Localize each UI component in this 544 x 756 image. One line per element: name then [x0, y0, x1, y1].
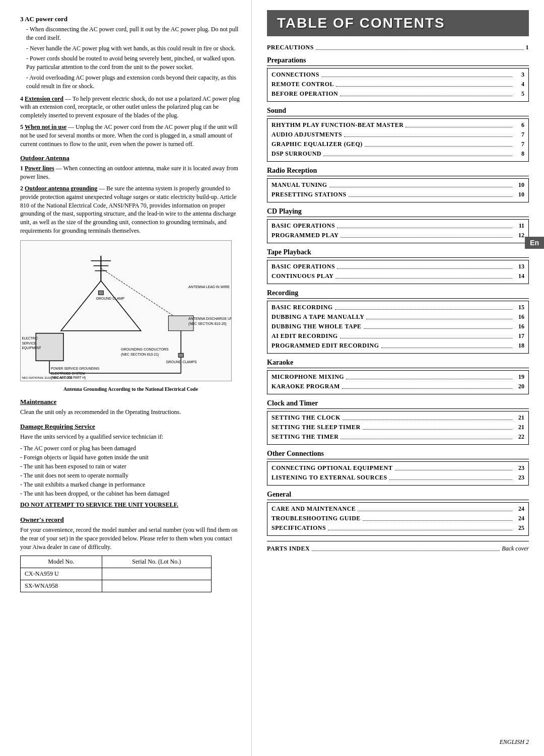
svg-marker-0	[61, 281, 141, 330]
toc-section-other-connections: Other ConnectionsCONNECTING OPTIONAL EQU…	[267, 450, 529, 486]
toc-entry-dots-7-0	[343, 414, 512, 420]
parts-index-dots	[312, 545, 500, 551]
toc-entry-dots-5-4	[381, 342, 512, 348]
toc-entry-page-1-3: 8	[514, 150, 524, 158]
toc-entry-label-9-0: CARE AND MAINTENANCE	[271, 505, 356, 513]
when-not-in-use-item: 5 When not in use — Unplug the AC power …	[20, 123, 241, 148]
toc-section-box-2: MANUAL TUNING10PRESETTING STATIONS10	[267, 178, 529, 202]
svg-rect-9	[178, 353, 183, 357]
toc-entry-page-4-1: 14	[514, 272, 524, 280]
english-footer: ENGLISH 2	[500, 738, 529, 746]
toc-section-title-6: Karaoke	[267, 359, 529, 368]
ac-power-cord-section: 3 AC power cord - When disconnecting the…	[20, 15, 241, 91]
toc-section-box-0: CONNECTIONS3REMOTE CONTROL4BEFORE OPERAT…	[267, 68, 529, 102]
toc-entry-label-3-0: BASIC OPERATIONS	[271, 222, 335, 230]
toc-entry-4-1: CONTINUOUS PLAY14	[271, 272, 524, 281]
parts-index-page: Back cover	[502, 545, 529, 553]
toc-entry-label-1-2: GRAPHIC EQUALIZER (GEQ)	[271, 141, 363, 148]
svg-text:(NEC SECTION 810-21): (NEC SECTION 810-21)	[121, 353, 159, 357]
toc-entry-7-2: SETTING THE TIMER22	[271, 433, 524, 441]
toc-entry-dots-1-2	[365, 141, 512, 147]
toc-section-title-3: CD Playing	[267, 208, 529, 217]
toc-entry-page-1-1: 7	[514, 131, 524, 139]
toc-section-title-4: Tape Playback	[267, 248, 529, 258]
precautions-label: PRECAUTIONS	[267, 44, 314, 51]
toc-section-karaoke: KaraokeMICROPHONE MIXING19KARAOKE PROGRA…	[267, 359, 529, 394]
toc-entry-page-9-1: 24	[514, 515, 524, 522]
toc-entry-3-0: BASIC OPERATIONS11	[271, 222, 524, 230]
toc-entry-4-0: BASIC OPERATIONS13	[271, 262, 524, 271]
maintenance-heading: Maintenance	[20, 398, 241, 406]
toc-section-radio-reception: Radio ReceptionMANUAL TUNING10PRESETTING…	[267, 167, 529, 202]
antenna-diagram: ANTENNA LEAD IN WIRE GROUND CLAMP ANTENN…	[20, 240, 232, 381]
toc-entry-dots-6-1	[342, 383, 512, 389]
damage-item-6: - The unit has been dropped, or the cabi…	[20, 489, 241, 498]
toc-entry-page-7-2: 22	[514, 433, 524, 441]
toc-entry-5-2: DUBBING THE WHOLE TAPE16	[271, 322, 524, 331]
toc-entry-0-0: CONNECTIONS3	[271, 71, 524, 79]
precautions-page: 1	[526, 44, 529, 51]
toc-entry-label-5-4: PROGRAMMED EDIT RECORDING	[271, 342, 379, 350]
toc-title: TABLE OF CONTENTS	[267, 10, 529, 36]
model-table: Model No. Serial No. (Lot No.) CX-NA959 …	[20, 556, 212, 592]
toc-entry-page-3-1: 12	[514, 232, 524, 239]
ac-power-cord-bullets: - When disconnecting the AC power cord, …	[20, 25, 241, 91]
svg-text:GROUND CLAMP: GROUND CLAMP	[96, 297, 124, 300]
toc-entry-9-2: SPECIFICATIONS25	[271, 524, 524, 532]
svg-text:ANTENNA LEAD IN WIRE: ANTENNA LEAD IN WIRE	[188, 285, 230, 289]
toc-entry-dots-7-2	[341, 433, 512, 439]
toc-entry-label-5-3: AI EDIT RECORDING	[271, 332, 338, 340]
owners-record-text: For your convenience, record the model n…	[20, 526, 241, 551]
bullet-2: - Never handle the AC power plug with we…	[26, 44, 241, 53]
damage-section: Damage Requiring Service Have the units …	[20, 423, 241, 509]
toc-entry-1-1: AUDIO ADJUSTMENTS7	[271, 130, 524, 139]
toc-entry-label-6-1: KARAOKE PROGRAM	[271, 383, 340, 390]
toc-entry-dots-0-0	[321, 71, 512, 77]
toc-entry-page-2-0: 10	[514, 181, 524, 189]
when-not-in-use-label: When not in use	[25, 123, 66, 130]
damage-heading: Damage Requiring Service	[20, 423, 241, 431]
toc-entry-5-4: PROGRAMMED EDIT RECORDING18	[271, 341, 524, 350]
toc-entry-page-7-0: 21	[514, 414, 524, 422]
toc-entry-page-6-1: 20	[514, 383, 524, 390]
bullet-4: - Avoid overloading AC power plugs and e…	[26, 74, 241, 91]
damage-item-4: - The unit does not seem to operate norm…	[20, 471, 241, 480]
svg-text:GROUND CLAMPS: GROUND CLAMPS	[166, 360, 197, 364]
toc-entry-label-4-1: CONTINUOUS PLAY	[271, 272, 333, 280]
toc-entry-page-3-0: 11	[514, 222, 524, 230]
svg-text:POWER SERVICE GROUNDING: POWER SERVICE GROUNDING	[51, 367, 99, 370]
svg-line-5	[101, 268, 181, 320]
toc-entry-page-0-0: 3	[514, 71, 524, 79]
toc-entry-dots-8-1	[389, 474, 512, 480]
toc-entry-dots-5-0	[335, 304, 512, 310]
toc-section-title-2: Radio Reception	[267, 167, 529, 176]
damage-intro: Have the units serviced by a qualified s…	[20, 433, 241, 441]
toc-entry-dots-1-0	[405, 121, 512, 127]
damage-item-5: - The unit exhibits a marked change in p…	[20, 480, 241, 489]
extension-cord-section: 4 Extension cord — To help prevent elect…	[20, 95, 241, 120]
outdoor-antenna-section: Outdoor Antenna 1 Power lines — When con…	[20, 154, 241, 391]
toc-entry-label-1-1: AUDIO ADJUSTMENTS	[271, 131, 342, 139]
outdoor-antenna-grounding-item: 2 Outdoor antenna grounding — Be sure th…	[20, 184, 241, 235]
damage-warning: DO NOT ATTEMPT TO SERVICE THE UNIT YOURS…	[20, 501, 241, 509]
serial-row-1	[102, 568, 211, 580]
toc-entry-3-1: PROGRAMMED PLAY12	[271, 231, 524, 240]
toc-section-general: GeneralCARE AND MAINTENANCE24TROUBLESHOO…	[267, 491, 529, 536]
toc-entry-label-9-2: SPECIFICATIONS	[271, 524, 326, 532]
toc-entry-dots-3-1	[341, 232, 512, 238]
svg-text:ANTENNA DISCHARGE UNIT: ANTENNA DISCHARGE UNIT	[188, 317, 231, 320]
toc-entry-1-3: DSP SURROUND8	[271, 150, 524, 158]
toc-entry-6-1: KARAOKE PROGRAM20	[271, 382, 524, 391]
model-row-1: CX-NA959 U	[21, 568, 102, 580]
model-row-2: SX-WNA958	[21, 580, 102, 592]
toc-entry-5-1: DUBBING A TAPE MANUALLY16	[271, 313, 524, 321]
parts-index-row: PARTS INDEX Back cover	[267, 544, 529, 553]
toc-entry-dots-7-1	[363, 424, 512, 430]
maintenance-text: Clean the unit only as recommended in th…	[20, 408, 241, 417]
toc-entry-label-1-0: RHYTHM PLAY FUNCTION-BEAT MASTER	[271, 121, 403, 129]
toc-section-box-1: RHYTHM PLAY FUNCTION-BEAT MASTER6AUDIO A…	[267, 118, 529, 162]
toc-entry-dots-6-0	[346, 373, 512, 379]
damage-list: - The AC power cord or plug has been dam…	[20, 444, 241, 498]
toc-entry-dots-2-0	[329, 181, 512, 187]
toc-entry-page-5-4: 18	[514, 342, 524, 350]
